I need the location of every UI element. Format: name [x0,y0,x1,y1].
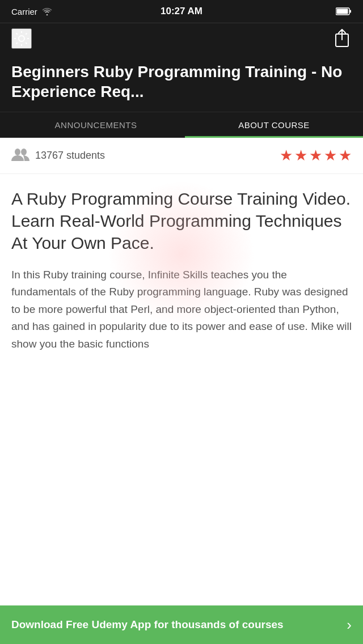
students-icon [11,147,29,164]
wifi-icon [42,7,52,15]
status-bar: Carrier 10:27 AM [0,0,363,23]
share-icon [335,28,349,48]
tab-about-course[interactable]: ABOUT COURSE [185,112,363,138]
toolbar [0,23,363,54]
students-info: 13767 students [11,147,105,164]
course-heading: A Ruby Programming Course Training Video… [11,188,352,254]
star-1: ★ [280,147,293,164]
svg-rect-1 [337,9,348,14]
gear-icon [13,30,30,47]
main-content: A Ruby Programming Course Training Video… [0,174,363,364]
star-5: ★ [339,147,352,164]
students-count: 13767 students [35,150,105,162]
share-button[interactable] [332,26,352,52]
star-3: ★ [309,147,322,164]
students-row: 13767 students ★ ★ ★ ★ ★ [0,138,363,174]
battery-icon [336,7,352,15]
carrier-label: Carrier [11,7,37,16]
tab-announcements[interactable]: ANNOUNCEMENTS [7,112,185,138]
course-title-bar: Beginners Ruby Programming Training - No… [0,54,363,112]
course-description: In this Ruby training course, Infinite S… [11,266,352,353]
tabs-bar: ANNOUNCEMENTS ABOUT COURSE [0,112,363,138]
banner-chevron-icon: › [347,616,352,634]
course-title: Beginners Ruby Programming Training - No… [11,62,352,101]
svg-rect-2 [350,10,352,13]
banner-text: Download Free Udemy App for thousands of… [11,618,284,632]
gear-button[interactable] [11,28,32,49]
star-2: ★ [294,147,307,164]
svg-point-6 [21,149,27,155]
star-rating: ★ ★ ★ ★ ★ [280,147,352,164]
content-area: 13767 students ★ ★ ★ ★ ★ A Ruby Programm… [0,138,363,612]
star-4: ★ [324,147,337,164]
status-time: 10:27 AM [161,6,202,17]
svg-point-5 [15,149,20,155]
bottom-banner[interactable]: Download Free Udemy App for thousands of… [0,605,363,644]
tab-partial [0,112,7,138]
status-battery [336,7,352,15]
status-carrier: Carrier [11,7,52,16]
svg-point-3 [19,36,24,41]
